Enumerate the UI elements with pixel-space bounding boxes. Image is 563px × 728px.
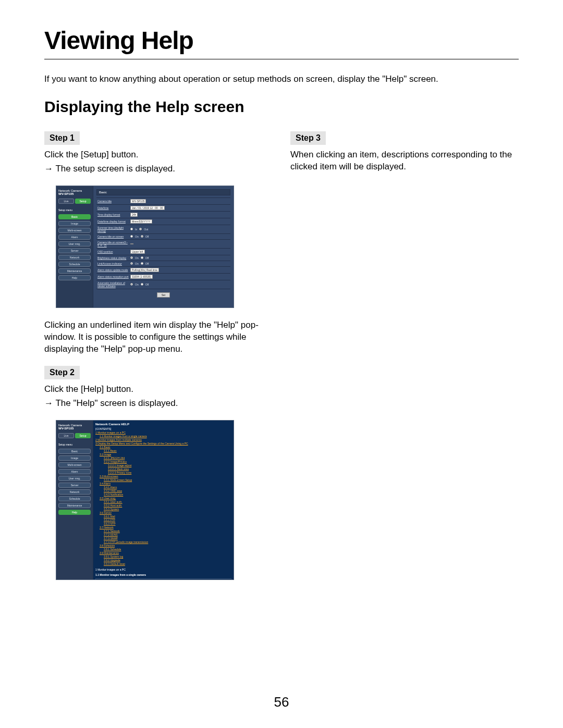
menu2-basic[interactable]: Basic: [58, 449, 91, 454]
input-field[interactable]: Polling(30s) Real time: [130, 268, 159, 272]
help-link[interactable]: 3.7 Network: [100, 526, 231, 529]
menu-alarm[interactable]: Alarm: [58, 235, 91, 240]
input-field[interactable]: [130, 243, 133, 244]
menu-multiscreen[interactable]: Multi-screen: [58, 228, 91, 233]
step3-text: When clicking an item, descriptions corr…: [290, 149, 519, 173]
menu2-server[interactable]: Server: [58, 483, 91, 488]
help-link[interactable]: 3.1.1 Basic: [104, 449, 231, 453]
shot2-sidebar: Network CameraWV-SP105 Live Setup Setup …: [56, 421, 93, 579]
help-link[interactable]: 3.4.3 Notification: [104, 493, 231, 497]
input-field[interactable]: 31004 (1-65535): [130, 275, 153, 279]
radio-off[interactable]: [141, 283, 143, 286]
step3-label: Step 3: [290, 131, 326, 145]
help-link[interactable]: 3.8.1 Schedule: [104, 548, 231, 551]
input-field[interactable]: WV-SP105: [130, 199, 146, 203]
radio-off[interactable]: [141, 235, 143, 238]
help-link[interactable]: 3.6.1 Mail: [104, 515, 231, 519]
radio-off[interactable]: [141, 262, 143, 265]
help-link[interactable]: 3.7.1 Network: [104, 529, 231, 533]
menu2-image[interactable]: Image: [58, 455, 91, 461]
help-link[interactable]: 3.9.2 Upgrade: [104, 559, 231, 562]
help-link[interactable]: 3.2.2.1 Image adjust: [108, 464, 231, 467]
setup-tab[interactable]: Setup: [75, 199, 91, 204]
help-link[interactable]: 3.5.1 User auth.: [104, 500, 231, 504]
help-link[interactable]: 3.2.2.2 Mask area: [108, 467, 231, 471]
help-link[interactable]: 3.3 Multi-screen: [100, 475, 231, 478]
form-label[interactable]: Alarm status update mode: [96, 268, 130, 272]
form-label[interactable]: Camera title: [96, 200, 130, 203]
menu2-help[interactable]: Help: [58, 510, 91, 515]
radio-on[interactable]: [130, 283, 133, 286]
radio-on[interactable]: [130, 256, 133, 259]
help-link[interactable]: 3.2.2 Image/Privacy: [104, 460, 231, 464]
radio-out[interactable]: [139, 228, 142, 230]
help-link[interactable]: 3.9.3 Default reset: [104, 562, 231, 566]
form-value: [130, 243, 230, 244]
menu2-usermng[interactable]: User mng.: [58, 476, 91, 481]
help-link[interactable]: 3.5.3 System: [104, 508, 231, 511]
form-label[interactable]: Summer time (daylight saving): [96, 226, 130, 232]
live-tab2[interactable]: Live: [58, 433, 74, 438]
help-link[interactable]: 3.5.2 Host auth.: [104, 504, 231, 508]
form-value: Jan / 01 / 2019 12 : 00 : 00: [130, 206, 230, 210]
menu-network[interactable]: Network: [58, 255, 91, 260]
help-link[interactable]: 2 Monitor images from multiple cameras: [95, 438, 231, 442]
live-tab[interactable]: Live: [58, 199, 74, 204]
input-field[interactable]: Mmm/DD/YYYY: [130, 219, 152, 224]
help-link[interactable]: 3.8 Schedule: [100, 544, 231, 548]
form-row: Camera title on screenOnOff: [96, 233, 230, 239]
radio-off[interactable]: [141, 256, 143, 259]
form-label[interactable]: Date/time display format: [96, 220, 130, 223]
form-label[interactable]: Date/time: [96, 206, 130, 209]
help-link[interactable]: 3.5 User mng.: [100, 497, 231, 500]
menu-basic[interactable]: Basic: [58, 214, 91, 219]
help-link[interactable]: 3.1 Basic: [100, 446, 231, 449]
form-label[interactable]: Automatic installation of viewer softwar…: [96, 281, 130, 288]
help-link[interactable]: 3.6.3 NTP: [104, 522, 231, 526]
form-label[interactable]: Time display format: [96, 213, 130, 216]
form-label[interactable]: Brightness status display: [96, 256, 130, 260]
help-link[interactable]: 3.2.1 JPEG/H.264: [104, 456, 231, 460]
menu-help[interactable]: Help: [58, 275, 91, 280]
help-link[interactable]: 3.6 Server: [100, 511, 231, 515]
menu-server[interactable]: Server: [58, 248, 91, 253]
menu-maintenance[interactable]: Maintenance: [58, 268, 91, 274]
menu2-network[interactable]: Network: [58, 489, 91, 495]
input-field[interactable]: Jan / 01 / 2019 12 : 00 : 00: [130, 206, 165, 210]
help-link[interactable]: 3.9.1 System log: [104, 555, 231, 559]
form-label[interactable]: Camera title on screen: [96, 235, 130, 238]
input-field[interactable]: 24h: [130, 213, 138, 217]
menu2-maintenance[interactable]: Maintenance: [58, 503, 91, 508]
help-link[interactable]: 1 Monitor images on a PC: [95, 431, 231, 435]
menu-image[interactable]: Image: [58, 221, 91, 226]
help-link[interactable]: 3.2 Image: [100, 453, 231, 456]
help-link[interactable]: 3 Display the Setup Menu and Configure t…: [95, 442, 231, 446]
input-field[interactable]: Upper left: [130, 250, 145, 254]
help-link[interactable]: 3.7.3 SNMP: [104, 537, 231, 540]
form-label[interactable]: Camera title on screen(0 - 9, A - Z): [96, 241, 130, 247]
form-label[interactable]: Link/Access indicator: [96, 262, 130, 265]
menu2-schedule[interactable]: Schedule: [58, 496, 91, 501]
menu2-alarm[interactable]: Alarm: [58, 469, 91, 474]
form-row: Alarm status reception port31004 (1-6553…: [96, 273, 230, 280]
help-link[interactable]: 3.7.4 FTP periodic image transmission: [104, 540, 231, 544]
menu-usermng[interactable]: User mng.: [58, 241, 91, 246]
help-link[interactable]: 3.6.2 FTP: [104, 519, 231, 522]
help-link[interactable]: 3.3.1 Multi-screen Setup: [104, 478, 231, 482]
set-button[interactable]: Set: [157, 292, 170, 298]
form-label[interactable]: Alarm status reception port: [96, 275, 130, 278]
menu2-multiscreen[interactable]: Multi-screen: [58, 462, 91, 467]
help-link[interactable]: 3.4.1 Alarm: [104, 486, 231, 489]
help-link[interactable]: 3.9 Maintenance: [100, 551, 231, 555]
radio-on[interactable]: [130, 235, 133, 238]
help-link[interactable]: 1.1 Monitor images from a single camera: [100, 435, 231, 438]
help-link[interactable]: 3.4.2 VMD area: [104, 489, 231, 493]
help-link[interactable]: 3.2.2.3 Privacy zone: [108, 471, 231, 475]
menu-schedule[interactable]: Schedule: [58, 262, 91, 267]
radio-on[interactable]: [130, 262, 133, 265]
help-link[interactable]: 3.4 Alarm: [100, 482, 231, 486]
help-link[interactable]: 3.7.2 DDNS: [104, 533, 231, 537]
setup-tab2[interactable]: Setup: [75, 433, 91, 438]
radio-in[interactable]: [130, 228, 133, 230]
form-label[interactable]: OSD position: [96, 250, 130, 253]
